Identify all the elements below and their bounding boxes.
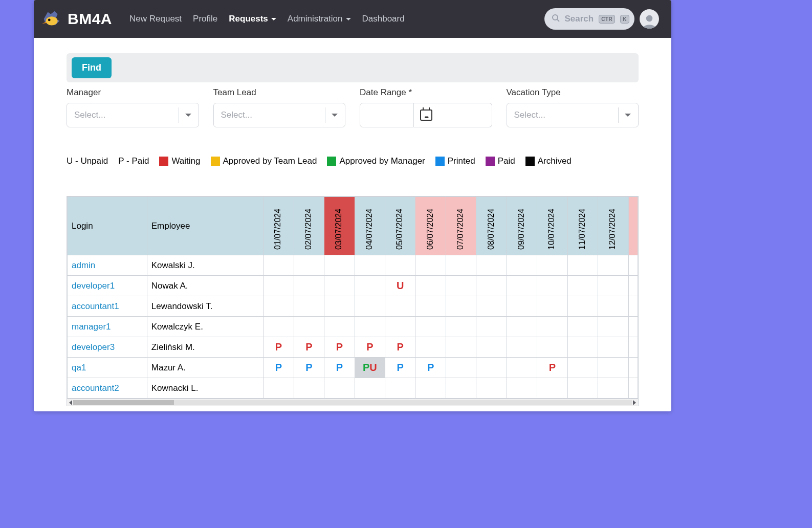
svg-line-3: [557, 19, 559, 21]
day-cell: [446, 337, 476, 358]
day-cell: [415, 296, 446, 317]
day-cell: [567, 296, 598, 317]
swatch-paid: [486, 157, 495, 166]
login-link[interactable]: qa1: [72, 363, 86, 372]
legend-approved-tl: Approved by Team Lead: [223, 156, 317, 166]
login-link[interactable]: developer3: [72, 342, 115, 352]
day-cell: [355, 296, 385, 317]
nav-requests[interactable]: Requests: [229, 14, 276, 24]
day-cell: [446, 378, 476, 399]
day-cell: [415, 255, 446, 276]
search-placeholder: Search: [565, 14, 594, 24]
calendar-icon: [420, 109, 432, 121]
day-cell: [476, 337, 507, 358]
day-cell: [476, 358, 507, 378]
svg-point-0: [46, 16, 58, 25]
col-header-date-4: 05/07/2024: [385, 197, 415, 255]
login-link[interactable]: accountant2: [72, 383, 119, 393]
day-cell: [476, 378, 507, 399]
vactype-select[interactable]: Select...: [507, 103, 639, 127]
legend: U - Unpaid P - Paid Waiting Approved by …: [67, 156, 639, 166]
scroll-left-icon[interactable]: [69, 400, 72, 405]
chevron-down-icon: [346, 18, 351, 20]
find-button[interactable]: Find: [72, 57, 112, 78]
day-cell: [385, 378, 415, 399]
day-cell: [476, 276, 507, 296]
app-window: BM4A New RequestProfileRequestsAdministr…: [34, 0, 671, 411]
legend-printed: Printed: [448, 156, 475, 166]
swatch-printed: [435, 157, 445, 166]
legend-waiting: Waiting: [171, 156, 200, 166]
day-cell: [355, 276, 385, 296]
login-cell: accountant2: [68, 378, 147, 399]
findbar: Find: [67, 53, 639, 82]
day-cell: [355, 378, 385, 399]
day-cell: [537, 317, 567, 337]
legend-archived: Archived: [538, 156, 572, 166]
logo[interactable]: BM4A: [41, 7, 112, 31]
login-link[interactable]: developer1: [72, 281, 115, 291]
rest-cell: [628, 317, 638, 337]
search-input[interactable]: Search CTR K: [544, 8, 635, 30]
employee-cell: Kowalski J.: [147, 255, 264, 276]
day-cell: [385, 255, 415, 276]
day-cell: P: [385, 337, 415, 358]
nav-administration[interactable]: Administration: [288, 14, 351, 24]
login-link[interactable]: admin: [72, 260, 95, 270]
day-cell: P: [294, 337, 324, 358]
rest-cell: [628, 337, 638, 358]
day-cell: [264, 255, 294, 276]
rest-cell: [628, 378, 638, 399]
nav-profile[interactable]: Profile: [193, 14, 217, 24]
day-cell: P: [264, 337, 294, 358]
chevron-down-icon: [625, 114, 631, 117]
day-cell: P: [264, 358, 294, 378]
kbd-k: K: [620, 15, 629, 24]
day-cell: P: [324, 337, 355, 358]
day-cell: [415, 378, 446, 399]
chevron-down-icon: [332, 114, 338, 117]
day-cell: [324, 276, 355, 296]
rest-cell: [628, 255, 638, 276]
teamlead-placeholder: Select...: [221, 110, 319, 120]
col-header-date-3: 04/07/2024: [355, 197, 385, 255]
horizontal-scrollbar[interactable]: [67, 399, 639, 406]
day-cell: [415, 317, 446, 337]
day-cell: [567, 337, 598, 358]
day-cell: [415, 276, 446, 296]
day-cell: [385, 317, 415, 337]
legend-u-unpaid: U - Unpaid: [67, 156, 108, 166]
svg-point-2: [553, 15, 558, 20]
day-cell: [355, 317, 385, 337]
manager-select[interactable]: Select...: [67, 103, 199, 127]
day-cell: U: [385, 276, 415, 296]
date-from[interactable]: [360, 103, 414, 127]
teamlead-select[interactable]: Select...: [213, 103, 346, 127]
login-link[interactable]: manager1: [72, 322, 111, 332]
swatch-archived: [525, 157, 535, 166]
login-link[interactable]: accountant1: [72, 301, 119, 311]
nav-new-request[interactable]: New Request: [129, 14, 182, 24]
employee-cell: Kowalczyk E.: [147, 317, 264, 337]
swatch-approved-tl: [211, 157, 220, 166]
login-cell: developer1: [68, 276, 147, 296]
date-to[interactable]: [438, 103, 492, 127]
scroll-right-icon[interactable]: [633, 400, 636, 405]
kbd-ctr: CTR: [599, 15, 615, 24]
day-cell: [385, 296, 415, 317]
day-cell: [264, 378, 294, 399]
day-cell: [324, 296, 355, 317]
day-cell: [507, 378, 537, 399]
avatar[interactable]: [640, 9, 659, 29]
nav-dashboard[interactable]: Dashboard: [362, 14, 405, 24]
daterange-input[interactable]: [360, 103, 492, 127]
nav: New RequestProfileRequestsAdministration…: [129, 14, 405, 24]
day-cell: [537, 337, 567, 358]
col-header-date-2: 03/07/2024: [324, 197, 355, 255]
day-cell: P: [537, 358, 567, 378]
day-cell: [476, 317, 507, 337]
teamlead-label: Team Lead: [213, 87, 346, 98]
grid-wrap: LoginEmployee01/07/202402/07/202403/07/2…: [67, 196, 639, 399]
vactype-placeholder: Select...: [514, 110, 612, 120]
col-header-date-8: 09/07/2024: [507, 197, 537, 255]
